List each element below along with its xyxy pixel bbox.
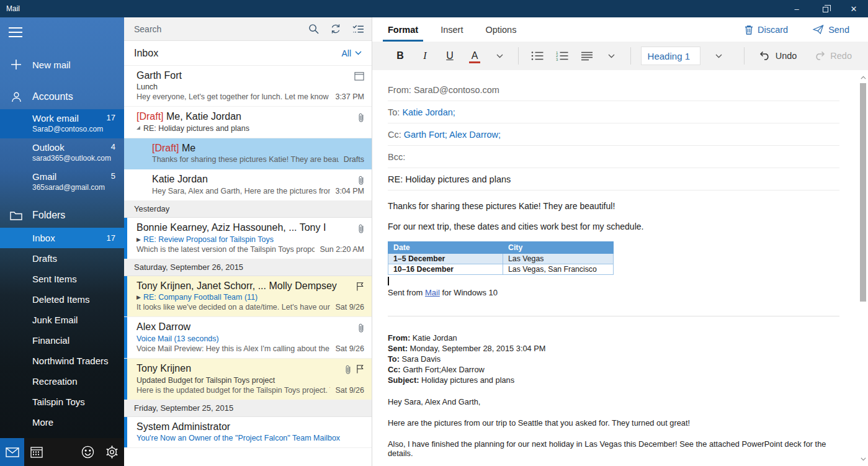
subject: You're Now an Owner of the "Project Falc… bbox=[136, 434, 340, 442]
numbered-list-button[interactable]: 123 bbox=[550, 45, 575, 66]
tab-insert[interactable]: Insert bbox=[441, 17, 463, 42]
sidebar-item-sent-items[interactable]: Sent Items bbox=[0, 269, 124, 289]
account-item-gmail[interactable]: Gmail5365sarad@gmail.com bbox=[0, 168, 124, 197]
tab-format[interactable]: Format bbox=[388, 17, 418, 42]
flag-icon bbox=[356, 364, 364, 374]
feedback-nav-button[interactable] bbox=[76, 438, 100, 466]
restore-icon bbox=[823, 7, 828, 12]
thread-expanded-icon[interactable] bbox=[136, 126, 140, 130]
font-color-button[interactable]: A bbox=[462, 45, 487, 66]
scrollbar-thumb[interactable] bbox=[860, 83, 866, 302]
scroll-down-icon[interactable] bbox=[858, 455, 868, 464]
flag-icon bbox=[356, 282, 364, 291]
table-row: 10–16 DecemberLas Vegas, San Francisco bbox=[388, 264, 614, 275]
mail-nav-button[interactable] bbox=[0, 438, 24, 466]
style-selector[interactable]: Heading 1 bbox=[641, 47, 700, 65]
italic-button[interactable]: I bbox=[413, 45, 437, 66]
preview-text: Voice Mail Preview: Hey this is Alex I'm… bbox=[136, 344, 330, 353]
close-button[interactable]: ✕ bbox=[839, 0, 868, 17]
restore-button[interactable] bbox=[811, 0, 839, 17]
undo-button[interactable]: Undo bbox=[759, 51, 797, 61]
cc-field[interactable]: Cc: Garth Fort; Alex Darrow; bbox=[388, 123, 839, 146]
sidebar-item-financial[interactable]: Financial bbox=[0, 330, 124, 351]
quoted-divider bbox=[388, 316, 839, 316]
subject-field[interactable]: RE: Holiday pictures and plans bbox=[388, 168, 839, 190]
list-item[interactable]: Bonnie Kearney, Aziz Hassouneh, ... Tony… bbox=[124, 218, 372, 259]
sidebar-item-northwind-traders[interactable]: Northwind Traders bbox=[0, 351, 124, 371]
search-icon[interactable] bbox=[308, 24, 319, 34]
sidebar-item-deleted-items[interactable]: Deleted Items bbox=[0, 289, 124, 310]
account-unread-count: 17 bbox=[107, 113, 115, 123]
list-item[interactable]: Tony Krijnen, Janet Schorr, ... Molly De… bbox=[124, 276, 372, 317]
folders-header[interactable]: Folders bbox=[0, 203, 124, 228]
to-recipients[interactable]: Katie Jordan; bbox=[402, 107, 455, 117]
scroll-up-icon[interactable] bbox=[858, 73, 868, 82]
bullet-list-button[interactable] bbox=[525, 45, 550, 66]
alignment-button[interactable] bbox=[575, 45, 599, 66]
thread-collapsed-icon[interactable]: ▶ bbox=[136, 236, 141, 243]
discard-button[interactable]: Discard bbox=[745, 25, 788, 35]
paragraph-options-chevron[interactable] bbox=[599, 45, 624, 66]
undo-label: Undo bbox=[776, 51, 797, 61]
filter-label: All bbox=[341, 48, 351, 58]
search-bar[interactable]: Search bbox=[124, 17, 372, 41]
folder-name: Recreation bbox=[32, 376, 115, 387]
redo-button[interactable]: Redo bbox=[814, 51, 852, 61]
account-item-outlook[interactable]: Outlook4sarad365@outlook.com bbox=[0, 138, 124, 168]
table-header-date: Date bbox=[388, 242, 503, 254]
account-item-work-email[interactable]: Work email17SaraD@contoso.com bbox=[0, 109, 124, 138]
list-item[interactable]: Katie JordanHey Sara, Alex and Garth, He… bbox=[124, 169, 372, 201]
account-unread-count: 5 bbox=[111, 171, 115, 182]
new-mail-button[interactable]: New mail bbox=[0, 52, 124, 77]
list-item[interactable]: [Draft] MeThanks for sharing these pictu… bbox=[124, 138, 372, 169]
sidebar-item-more[interactable]: More bbox=[0, 412, 124, 432]
quoted-paragraph: Hey Sara, Alex And Garth, bbox=[388, 397, 839, 406]
list-item[interactable]: Tony KrijnenUpdated Budget for Tailspin … bbox=[124, 359, 372, 400]
filter-dropdown[interactable]: All bbox=[341, 48, 362, 58]
calendar-icon bbox=[354, 71, 364, 81]
underline-button[interactable]: U bbox=[437, 45, 462, 66]
tab-options[interactable]: Options bbox=[485, 17, 516, 42]
to-field[interactable]: To: Katie Jordan; bbox=[388, 101, 839, 123]
sidebar-item-inbox[interactable]: Inbox17 bbox=[0, 228, 124, 248]
settings-nav-button[interactable] bbox=[100, 438, 124, 466]
account-email: 365sarad@gmail.com bbox=[32, 183, 115, 192]
chevron-down-icon bbox=[715, 54, 722, 58]
list-item[interactable]: System AdministratorYou're Now an Owner … bbox=[124, 417, 372, 448]
cc-recipients[interactable]: Garth Fort; Alex Darrow; bbox=[404, 130, 501, 140]
minimize-button[interactable]: – bbox=[782, 0, 811, 17]
send-button[interactable]: Send bbox=[813, 25, 849, 35]
sidebar-item-recreation[interactable]: Recreation bbox=[0, 371, 124, 392]
sidebar-item-drafts[interactable]: Drafts bbox=[0, 248, 124, 269]
hamburger-button[interactable] bbox=[0, 17, 124, 47]
sidebar-item-junk-email[interactable]: Junk Email bbox=[0, 310, 124, 330]
accounts-header[interactable]: Accounts bbox=[0, 84, 124, 109]
item-meta: Drafts bbox=[344, 155, 364, 164]
paperclip-icon bbox=[345, 364, 351, 375]
sender: Tony Krijnen, Janet Schorr, ... Molly De… bbox=[136, 280, 356, 292]
search-input[interactable]: Search bbox=[134, 24, 297, 34]
style-chevron[interactable] bbox=[707, 45, 732, 66]
list-item[interactable]: Garth FortLunchHey everyone, Let's get t… bbox=[124, 66, 372, 107]
selection-mode-icon[interactable] bbox=[352, 24, 364, 34]
bcc-field[interactable]: Bcc: bbox=[388, 146, 839, 168]
thread-collapsed-icon[interactable]: ▶ bbox=[136, 294, 141, 300]
calendar-nav-button[interactable] bbox=[24, 438, 48, 466]
list-header: Inbox All bbox=[124, 41, 372, 66]
preview-text: Thanks for sharing these pictures Katie!… bbox=[152, 155, 339, 164]
folder-name: Inbox bbox=[32, 233, 107, 243]
subject: RE: Company Football Team (11) bbox=[143, 293, 257, 302]
chevron-down-icon bbox=[355, 51, 362, 55]
list-item[interactable]: Alex DarrowVoice Mail (13 seconds)Voice … bbox=[124, 317, 372, 359]
list-item[interactable]: [Draft] Me, Katie JordanRE: Holiday pict… bbox=[124, 107, 372, 138]
vertical-scrollbar[interactable] bbox=[858, 73, 868, 466]
compose-area[interactable]: From: SaraD@contoso.com To: Katie Jordan… bbox=[372, 70, 868, 466]
quoted-paragraph: Here are the pictures from our trip to S… bbox=[388, 418, 839, 428]
bold-button[interactable]: B bbox=[388, 45, 413, 66]
from-field[interactable]: From: SaraD@contoso.com bbox=[388, 79, 839, 101]
font-options-chevron[interactable] bbox=[487, 45, 512, 66]
mail-link[interactable]: Mail bbox=[425, 288, 440, 297]
sync-icon[interactable] bbox=[330, 24, 341, 34]
sidebar-item-tailspin-toys[interactable]: Tailspin Toys bbox=[0, 392, 124, 412]
sender: Garth Fort bbox=[136, 70, 354, 81]
